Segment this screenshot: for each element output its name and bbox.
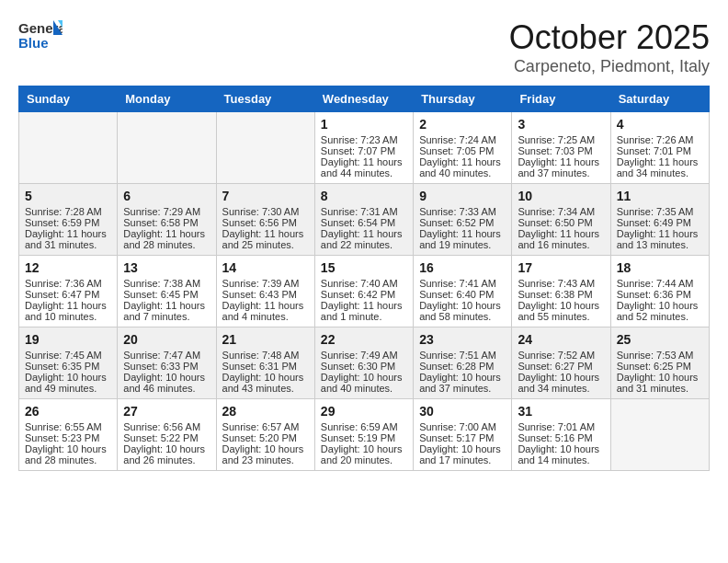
day-info-line: and 37 minutes.	[518, 167, 604, 178]
calendar-cell: 23Sunrise: 7:51 AMSunset: 6:28 PMDayligh…	[414, 327, 512, 399]
day-info-line: Daylight: 11 hours	[617, 156, 703, 167]
day-number: 12	[25, 260, 111, 275]
day-info-line: Sunrise: 7:45 AM	[25, 350, 111, 361]
day-info-line: Daylight: 10 hours	[321, 372, 407, 383]
calendar-week-row: 1Sunrise: 7:23 AMSunset: 7:07 PMDaylight…	[19, 112, 710, 184]
calendar-cell	[19, 112, 118, 184]
calendar-cell: 2Sunrise: 7:24 AMSunset: 7:05 PMDaylight…	[414, 112, 512, 184]
day-number: 1	[321, 117, 407, 132]
day-info-line: Sunrise: 6:55 AM	[25, 421, 111, 432]
day-number: 3	[518, 117, 604, 132]
day-info-line: Sunrise: 7:23 AM	[321, 134, 407, 145]
day-info-line: and 23 minutes.	[222, 454, 309, 465]
day-info-line: Daylight: 10 hours	[123, 443, 210, 454]
day-info-line: Sunset: 7:01 PM	[617, 145, 703, 156]
day-info-line: Sunrise: 7:35 AM	[617, 206, 703, 217]
day-info-line: and 58 minutes.	[419, 311, 506, 322]
day-info-line: Sunrise: 6:59 AM	[321, 421, 407, 432]
day-info-line: Daylight: 11 hours	[321, 228, 407, 239]
day-info-line: Sunrise: 7:33 AM	[419, 206, 506, 217]
calendar-cell: 12Sunrise: 7:36 AMSunset: 6:47 PMDayligh…	[19, 256, 118, 327]
day-info-line: Sunset: 6:27 PM	[518, 361, 604, 372]
calendar-cell: 5Sunrise: 7:28 AMSunset: 6:59 PMDaylight…	[19, 184, 118, 256]
calendar-cell: 27Sunrise: 6:56 AMSunset: 5:22 PMDayligh…	[118, 399, 216, 471]
day-number: 29	[321, 404, 407, 419]
day-info-line: and 13 minutes.	[617, 239, 703, 250]
day-number: 18	[617, 260, 703, 275]
calendar-table: SundayMondayTuesdayWednesdayThursdayFrid…	[18, 86, 710, 471]
day-info-line: Sunset: 6:49 PM	[617, 217, 703, 228]
day-info-line: Sunset: 6:45 PM	[123, 289, 210, 300]
day-info-line: and 14 minutes.	[518, 454, 604, 465]
day-info-line: Daylight: 11 hours	[123, 300, 210, 311]
header-day-wednesday: Wednesday	[314, 86, 413, 112]
day-info-line: and 49 minutes.	[25, 383, 111, 394]
day-info-line: and 10 minutes.	[25, 311, 111, 322]
day-info-line: and 46 minutes.	[123, 383, 210, 394]
day-info-line: Daylight: 10 hours	[419, 372, 506, 383]
day-number: 10	[518, 189, 604, 203]
day-info-line: Sunset: 6:56 PM	[222, 217, 309, 228]
calendar-cell: 20Sunrise: 7:47 AMSunset: 6:33 PMDayligh…	[118, 327, 216, 399]
day-info-line: Sunrise: 7:34 AM	[518, 206, 604, 217]
day-info-line: Sunrise: 6:56 AM	[123, 421, 210, 432]
day-info-line: Sunset: 6:25 PM	[617, 361, 703, 372]
day-info-line: and 44 minutes.	[321, 167, 407, 178]
day-info-line: Daylight: 10 hours	[617, 372, 703, 383]
calendar-cell: 8Sunrise: 7:31 AMSunset: 6:54 PMDaylight…	[314, 184, 413, 256]
day-number: 9	[419, 189, 506, 203]
day-number: 25	[617, 332, 703, 347]
day-info-line: and 55 minutes.	[518, 311, 604, 322]
day-info-line: Daylight: 11 hours	[419, 228, 506, 239]
day-number: 15	[321, 260, 407, 275]
day-info-line: Sunrise: 7:28 AM	[25, 206, 111, 217]
day-info-line: Daylight: 10 hours	[25, 443, 111, 454]
day-info-line: Daylight: 10 hours	[222, 443, 309, 454]
calendar-cell: 30Sunrise: 7:00 AMSunset: 5:17 PMDayligh…	[414, 399, 512, 471]
day-info-line: Sunrise: 7:01 AM	[518, 421, 604, 432]
calendar-header-row: SundayMondayTuesdayWednesdayThursdayFrid…	[19, 86, 710, 112]
day-info-line: and 43 minutes.	[222, 383, 309, 394]
calendar-week-row: 12Sunrise: 7:36 AMSunset: 6:47 PMDayligh…	[19, 256, 710, 327]
day-info-line: Daylight: 10 hours	[321, 443, 407, 454]
day-info-line: Sunset: 6:31 PM	[222, 361, 309, 372]
day-info-line: Daylight: 11 hours	[222, 300, 309, 311]
day-info-line: Sunrise: 7:52 AM	[518, 350, 604, 361]
day-info-line: Daylight: 10 hours	[123, 372, 210, 383]
calendar-cell	[610, 399, 709, 471]
calendar-week-row: 26Sunrise: 6:55 AMSunset: 5:23 PMDayligh…	[19, 399, 710, 471]
day-number: 14	[222, 260, 309, 275]
day-info-line: Sunset: 5:16 PM	[518, 432, 604, 443]
day-info-line: Sunrise: 7:53 AM	[617, 350, 703, 361]
calendar-cell: 29Sunrise: 6:59 AMSunset: 5:19 PMDayligh…	[314, 399, 413, 471]
day-number: 11	[617, 189, 703, 203]
day-number: 16	[419, 260, 506, 275]
day-number: 30	[419, 404, 506, 419]
day-number: 7	[222, 189, 309, 203]
day-info-line: Daylight: 11 hours	[123, 228, 210, 239]
day-info-line: Sunrise: 7:43 AM	[518, 278, 604, 289]
day-info-line: Sunset: 6:38 PM	[518, 289, 604, 300]
calendar-cell: 9Sunrise: 7:33 AMSunset: 6:52 PMDaylight…	[414, 184, 512, 256]
day-number: 19	[25, 332, 111, 347]
day-info-line: Sunset: 6:52 PM	[419, 217, 506, 228]
header: General Blue October 2025 Carpeneto, Pie…	[18, 18, 710, 76]
day-info-line: and 16 minutes.	[518, 239, 604, 250]
calendar-cell: 19Sunrise: 7:45 AMSunset: 6:35 PMDayligh…	[19, 327, 118, 399]
svg-text:Blue: Blue	[18, 35, 49, 51]
calendar-cell: 11Sunrise: 7:35 AMSunset: 6:49 PMDayligh…	[610, 184, 709, 256]
calendar-cell: 3Sunrise: 7:25 AMSunset: 7:03 PMDaylight…	[512, 112, 610, 184]
day-info-line: Daylight: 11 hours	[419, 156, 506, 167]
day-info-line: Daylight: 11 hours	[25, 228, 111, 239]
day-number: 23	[419, 332, 506, 347]
day-info-line: Sunset: 6:54 PM	[321, 217, 407, 228]
calendar-cell: 10Sunrise: 7:34 AMSunset: 6:50 PMDayligh…	[512, 184, 610, 256]
day-info-line: and 19 minutes.	[419, 239, 506, 250]
logo: General Blue	[18, 18, 63, 52]
day-info-line: and 7 minutes.	[123, 311, 210, 322]
day-info-line: Daylight: 10 hours	[518, 372, 604, 383]
day-number: 2	[419, 117, 506, 132]
header-day-saturday: Saturday	[610, 86, 709, 112]
day-info-line: Sunrise: 7:36 AM	[25, 278, 111, 289]
calendar-cell: 17Sunrise: 7:43 AMSunset: 6:38 PMDayligh…	[512, 256, 610, 327]
